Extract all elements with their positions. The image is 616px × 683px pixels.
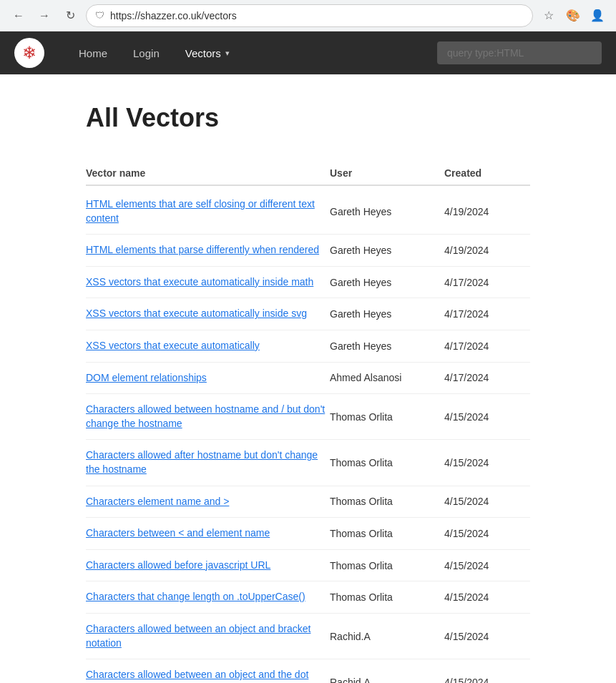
vector-user: Gareth Heyes <box>330 245 444 256</box>
table-header: Vector name User Created <box>86 162 530 186</box>
table-row: HTML elements that parse differently whe… <box>86 235 530 267</box>
vector-date: 4/17/2024 <box>444 340 530 352</box>
vector-date: 4/15/2024 <box>444 677 530 683</box>
vector-link[interactable]: XSS vectors that execute automatically i… <box>86 275 330 290</box>
vector-user: Gareth Heyes <box>330 308 444 320</box>
logo-icon: ❄ <box>14 38 44 68</box>
vector-date: 4/17/2024 <box>444 372 530 383</box>
chevron-down-icon: ▾ <box>225 49 230 58</box>
nav-home[interactable]: Home <box>66 31 120 74</box>
vector-date: 4/15/2024 <box>444 591 530 603</box>
col-user: User <box>330 167 444 179</box>
vector-link[interactable]: XSS vectors that execute automatically <box>86 339 330 353</box>
vectors-table: Vector name User Created HTML elements t… <box>86 162 530 683</box>
table-row: Characters allowed between an object and… <box>86 659 530 683</box>
vector-user: Ahmed Alsanosi <box>330 372 444 383</box>
refresh-button[interactable]: ↻ <box>60 6 80 26</box>
snowflake-icon: ❄ <box>22 43 36 63</box>
vector-link[interactable]: Characters that change length on .toUppe… <box>86 590 330 604</box>
browser-chrome: ← → ↻ 🛡 https://shazzer.co.uk/vectors ☆ … <box>0 0 616 31</box>
vector-user: Rachid.A <box>330 631 444 642</box>
vector-date: 4/17/2024 <box>444 308 530 320</box>
vector-user: Thomas Orlita <box>330 496 444 507</box>
navbar-links: Home Login Vectors ▾ <box>66 31 437 74</box>
table-row: Characters between < and element nameTho… <box>86 518 530 550</box>
vector-link[interactable]: Characters allowed between an object and… <box>86 668 330 683</box>
col-vector-name: Vector name <box>86 167 330 179</box>
vector-link[interactable]: DOM element relationships <box>86 371 330 385</box>
vector-date: 4/15/2024 <box>444 411 530 423</box>
table-row: XSS vectors that execute automatically i… <box>86 298 530 330</box>
search-input[interactable] <box>437 41 602 64</box>
table-row: XSS vectors that execute automaticallyGa… <box>86 330 530 363</box>
vector-link[interactable]: Characters between < and element name <box>86 526 330 541</box>
vector-user: Gareth Heyes <box>330 277 444 288</box>
navbar: ❄ Home Login Vectors ▾ <box>0 31 616 74</box>
table-row: XSS vectors that execute automatically i… <box>86 267 530 299</box>
vector-date: 4/19/2024 <box>444 245 530 256</box>
table-row: Characters element name and >Thomas Orli… <box>86 486 530 519</box>
table-row: Characters allowed between hostname and … <box>86 394 530 440</box>
star-icon[interactable]: ☆ <box>539 6 559 26</box>
vector-date: 4/19/2024 <box>444 206 530 217</box>
vector-link[interactable]: HTML elements that are self closing or d… <box>86 197 330 225</box>
vector-date: 4/15/2024 <box>444 560 530 571</box>
table-row: HTML elements that are self closing or d… <box>86 189 530 235</box>
vector-link[interactable]: Characters allowed after hostname but do… <box>86 448 330 476</box>
vector-user: Thomas Orlita <box>330 528 444 539</box>
vector-date: 4/15/2024 <box>444 528 530 539</box>
table-row: DOM element relationshipsAhmed Alsanosi4… <box>86 363 530 395</box>
site-logo[interactable]: ❄ <box>14 38 44 68</box>
vector-link[interactable]: Characters allowed between hostname and … <box>86 403 330 431</box>
table-body: HTML elements that are self closing or d… <box>86 189 530 683</box>
table-row: Characters allowed between an object and… <box>86 614 530 659</box>
extension-icon[interactable]: 🎨 <box>563 6 583 26</box>
table-row: Characters that change length on .toUppe… <box>86 581 530 614</box>
nav-vectors[interactable]: Vectors ▾ <box>172 31 243 74</box>
vector-date: 4/15/2024 <box>444 631 530 642</box>
vector-date: 4/15/2024 <box>444 496 530 507</box>
col-created: Created <box>444 167 530 179</box>
nav-login[interactable]: Login <box>120 31 172 74</box>
vector-user: Gareth Heyes <box>330 206 444 217</box>
vectors-label: Vectors <box>185 47 221 59</box>
url-text: https://shazzer.co.uk/vectors <box>110 10 524 21</box>
vector-user: Thomas Orlita <box>330 411 444 423</box>
vector-user: Thomas Orlita <box>330 457 444 468</box>
page-title: All Vectors <box>86 103 530 133</box>
vector-link[interactable]: Characters allowed before javascript URL <box>86 559 330 573</box>
browser-actions: ☆ 🎨 👤 <box>539 6 607 26</box>
vectors-dropdown: Vectors ▾ <box>185 47 230 59</box>
vector-date: 4/15/2024 <box>444 457 530 468</box>
vector-user: Gareth Heyes <box>330 340 444 352</box>
vector-link[interactable]: XSS vectors that execute automatically i… <box>86 307 330 321</box>
table-row: Characters allowed before javascript URL… <box>86 550 530 582</box>
vector-link[interactable]: Characters allowed between an object and… <box>86 622 330 650</box>
address-bar[interactable]: 🛡 https://shazzer.co.uk/vectors <box>86 4 533 27</box>
vector-user: Thomas Orlita <box>330 591 444 603</box>
main-content: All Vectors Vector name User Created HTM… <box>0 74 616 683</box>
vector-date: 4/17/2024 <box>444 277 530 288</box>
vector-link[interactable]: HTML elements that parse differently whe… <box>86 243 330 257</box>
vector-link[interactable]: Characters element name and > <box>86 495 330 509</box>
back-button[interactable]: ← <box>9 6 29 26</box>
security-icon: 🛡 <box>95 10 104 21</box>
forward-button[interactable]: → <box>34 6 54 26</box>
table-row: Characters allowed after hostname but do… <box>86 440 530 486</box>
vector-user: Thomas Orlita <box>330 560 444 571</box>
vector-user: Rachid.A <box>330 677 444 683</box>
profile-icon[interactable]: 👤 <box>587 6 607 26</box>
